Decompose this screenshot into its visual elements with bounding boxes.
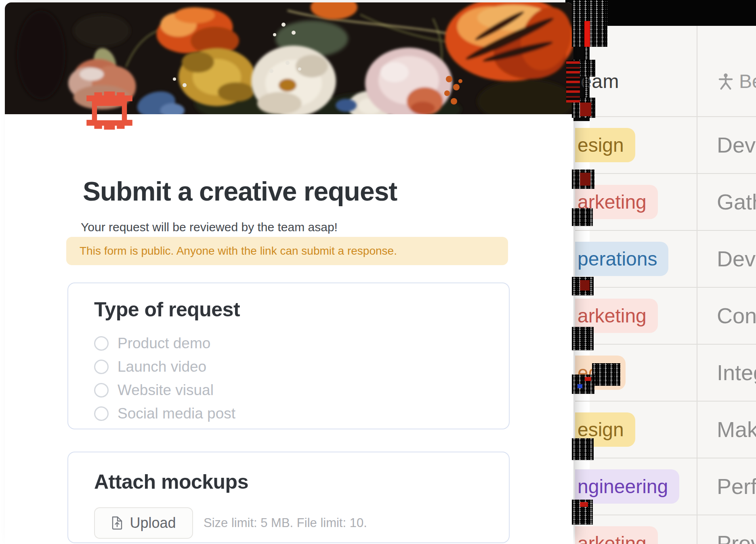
- table-cell-text: Gath: [717, 174, 756, 230]
- radio-option[interactable]: Website visual: [94, 379, 509, 402]
- team-tag: esign: [575, 128, 635, 162]
- upload-row: Upload Size limit: 5 MB. File limit: 10.: [94, 507, 509, 539]
- glitch-artifact: [572, 208, 593, 226]
- upload-button[interactable]: Upload: [94, 507, 193, 539]
- table-row[interactable]: esignDeve: [575, 117, 756, 174]
- radio-circle-icon[interactable]: [94, 360, 109, 374]
- yellow-flower: [178, 48, 255, 106]
- table-row[interactable]: ngineeringPerfo: [575, 458, 756, 515]
- type-of-request-title: Type of request: [94, 298, 509, 321]
- table-cell-text: Integ: [717, 345, 756, 401]
- glitch-artifact: [584, 21, 590, 47]
- glitch-artifact: [592, 363, 620, 386]
- team-table-panel: eam Be esignDevearketingGathperationsDev…: [590, 26, 756, 544]
- table-row[interactable]: esignMake: [575, 402, 756, 458]
- glitch-artifact: [585, 377, 591, 381]
- table-cell-text: Deve: [717, 231, 756, 287]
- glitch-artifact: [566, 61, 580, 103]
- table-cell-text: Deve: [717, 117, 756, 173]
- radio-option[interactable]: Product demo: [94, 332, 509, 355]
- attach-mockups-title: Attach mockups: [94, 470, 509, 494]
- table-rows: esignDevearketingGathperationsDevearketi…: [575, 116, 756, 544]
- glitch-artifact: [580, 173, 590, 186]
- glitch-artifact: [578, 384, 582, 388]
- radio-option-label: Product demo: [118, 335, 210, 352]
- table-header-row: eam Be: [590, 26, 756, 116]
- team-tag: perations: [575, 242, 668, 276]
- upload-hint: Size limit: 5 MB. File limit: 10.: [204, 516, 367, 530]
- person-icon: [718, 73, 733, 90]
- page: eam Be esignDevearketingGathperationsDev…: [0, 0, 756, 544]
- upload-button-label: Upload: [130, 515, 176, 531]
- type-of-request-card: Type of request Product demoLaunch video…: [67, 282, 510, 429]
- glitch-artifact: [572, 327, 594, 350]
- table-cell-text: Conc: [717, 288, 756, 344]
- request-options: Product demoLaunch videoWebsite visualSo…: [94, 332, 509, 425]
- page-title: Submit a creative request: [83, 176, 397, 207]
- glitch-artifact: [580, 103, 591, 116]
- radio-option-label: Launch video: [118, 358, 206, 375]
- attach-mockups-card: Attach mockups Upload Size limit: 5 MB. …: [67, 452, 510, 543]
- radio-option[interactable]: Launch video: [94, 355, 509, 379]
- radio-circle-icon[interactable]: [94, 406, 109, 421]
- column-header-person-label: Be: [739, 70, 756, 92]
- form-panel: Submit a creative request Your request w…: [5, 2, 573, 544]
- page-subtitle: Your request will be reviewed by the tea…: [81, 220, 338, 234]
- radio-option-label: Website visual: [118, 382, 214, 399]
- table-row[interactable]: arketingGath: [575, 174, 756, 231]
- radio-option[interactable]: Social media post: [94, 402, 509, 425]
- glitch-artifact: [580, 280, 590, 291]
- table-cell-text: Perfo: [717, 458, 756, 515]
- table-row[interactable]: perationsDeve: [575, 231, 756, 288]
- table-row[interactable]: arketingConc: [575, 288, 756, 345]
- upload-file-icon: [111, 516, 123, 530]
- radio-option-label: Social media post: [118, 405, 235, 422]
- radio-circle-icon[interactable]: [94, 336, 109, 351]
- white-rose: [251, 46, 336, 114]
- frame-logo-icon: [86, 90, 133, 131]
- column-header-person[interactable]: Be: [718, 70, 756, 92]
- team-tag: arketing: [575, 526, 658, 544]
- table-cell-text: Make: [717, 402, 756, 458]
- public-form-banner-text: This form is public. Anyone with the lin…: [66, 245, 397, 257]
- glitch-artifact: [580, 502, 588, 507]
- table-row[interactable]: arketingProv: [575, 515, 756, 544]
- team-tag: ngineering: [575, 469, 679, 504]
- glitch-artifact: [572, 438, 594, 460]
- public-form-banner: This form is public. Anyone with the lin…: [66, 237, 508, 265]
- table-cell-text: Prov: [717, 515, 756, 544]
- radio-circle-icon[interactable]: [94, 383, 109, 398]
